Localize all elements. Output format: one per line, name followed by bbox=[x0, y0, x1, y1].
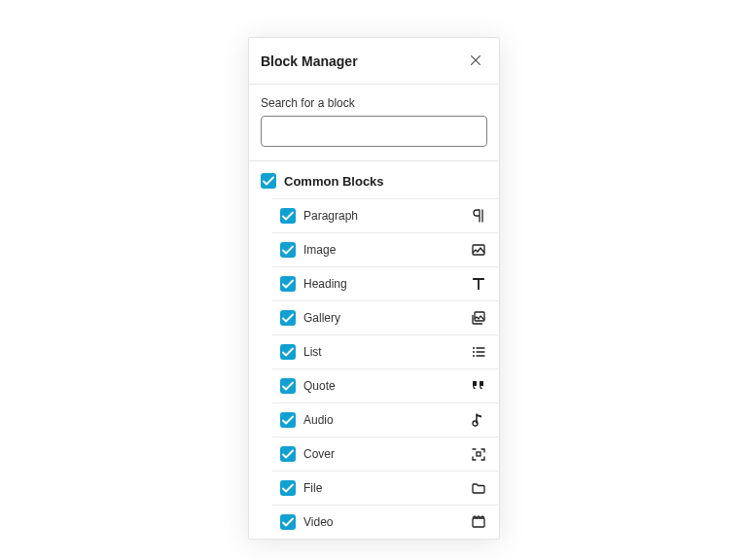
block-item: Heading bbox=[272, 267, 499, 301]
block-item: Paragraph bbox=[272, 199, 499, 233]
modal-header: Block Manager bbox=[249, 38, 499, 85]
block-checkbox[interactable] bbox=[280, 276, 296, 292]
block-item: Image bbox=[272, 233, 499, 267]
block-item: Cover bbox=[272, 438, 499, 472]
block-list: ParagraphImageHeadingGalleryListQuoteAud… bbox=[272, 198, 499, 539]
block-label: Video bbox=[303, 515, 470, 529]
search-label: Search for a block bbox=[261, 96, 487, 110]
block-label: Heading bbox=[303, 277, 470, 291]
category-header: Common Blocks bbox=[249, 161, 499, 198]
close-button[interactable] bbox=[464, 50, 487, 73]
video-icon bbox=[470, 513, 487, 531]
image-icon bbox=[470, 241, 487, 259]
gallery-icon bbox=[470, 309, 487, 327]
block-checkbox[interactable] bbox=[280, 242, 296, 258]
file-icon bbox=[470, 479, 487, 497]
block-item: File bbox=[272, 472, 499, 506]
block-checkbox[interactable] bbox=[280, 208, 296, 224]
search-input[interactable] bbox=[261, 116, 487, 147]
block-checkbox[interactable] bbox=[280, 514, 296, 530]
close-icon bbox=[469, 53, 482, 70]
block-label: Image bbox=[303, 243, 470, 257]
block-checkbox[interactable] bbox=[280, 446, 296, 462]
category-checkbox[interactable] bbox=[261, 173, 276, 189]
block-label: Paragraph bbox=[303, 209, 470, 223]
category-title: Common Blocks bbox=[284, 174, 384, 189]
modal-title: Block Manager bbox=[261, 53, 358, 69]
block-item: Gallery bbox=[272, 301, 499, 335]
block-manager-modal: Block Manager Search for a block Common … bbox=[248, 37, 500, 540]
list-icon bbox=[470, 343, 487, 361]
block-item: Quote bbox=[272, 369, 499, 403]
block-item: List bbox=[272, 335, 499, 369]
cover-icon bbox=[470, 445, 487, 463]
heading-icon bbox=[470, 275, 487, 293]
block-item: Audio bbox=[272, 403, 499, 438]
block-label: File bbox=[303, 481, 470, 495]
block-checkbox[interactable] bbox=[280, 480, 296, 496]
search-section: Search for a block bbox=[249, 85, 499, 161]
block-item: Video bbox=[272, 506, 499, 539]
block-label: Audio bbox=[303, 413, 470, 427]
block-label: Quote bbox=[303, 379, 470, 393]
block-checkbox[interactable] bbox=[280, 378, 296, 394]
block-label: Gallery bbox=[303, 311, 470, 325]
pilcrow-icon bbox=[470, 207, 487, 225]
quote-icon bbox=[470, 377, 487, 395]
block-checkbox[interactable] bbox=[280, 344, 296, 360]
block-label: List bbox=[303, 345, 470, 359]
block-checkbox[interactable] bbox=[280, 310, 296, 326]
block-label: Cover bbox=[303, 447, 470, 461]
block-checkbox[interactable] bbox=[280, 412, 296, 428]
audio-icon bbox=[470, 411, 487, 429]
